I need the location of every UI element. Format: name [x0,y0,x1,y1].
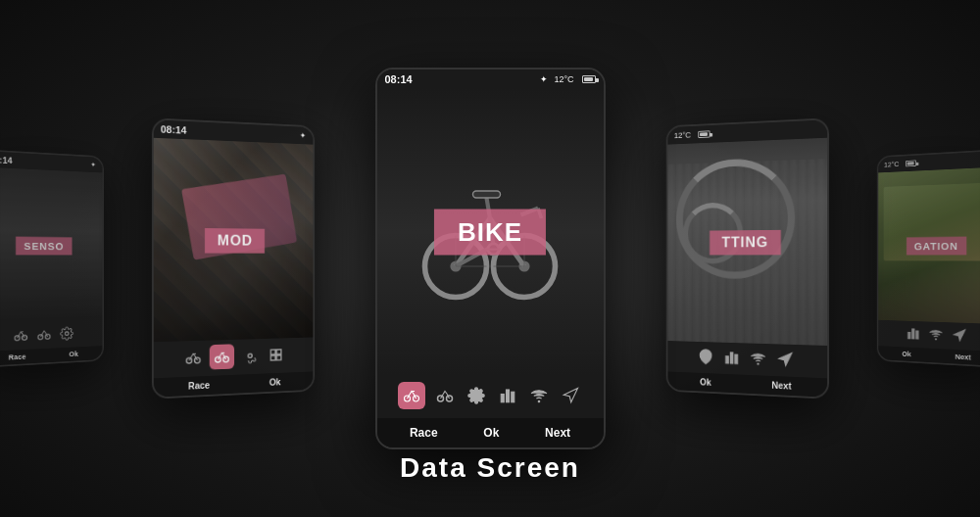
nav-ok-right[interactable]: Ok [700,377,711,387]
bike-icon [11,325,30,345]
bike-secondary-icon [433,384,457,407]
svg-point-7 [223,356,228,362]
nav-ok-far-right[interactable]: Ok [902,350,910,357]
svg-rect-42 [730,352,733,364]
page-title: Data Screen [400,452,580,483]
time-display: 08:14 [161,123,186,135]
nav-bar-center: Race Ok Next [377,418,604,447]
svg-point-49 [935,339,936,340]
nav-ok-center[interactable]: Ok [483,426,499,440]
svg-rect-46 [908,332,910,339]
screen-image-center: BIKE [377,89,604,375]
gear-icon-2 [239,345,260,366]
bar-icon-far-right [904,324,922,344]
main-scene: 08:14 ✦ SENSO [0,24,980,494]
bar-icon-right [721,347,742,368]
nav-ok[interactable]: Ok [70,350,78,357]
wifi-icon-far-right [926,325,945,345]
page-title-area: Data Screen [0,452,980,484]
wifi-icon[interactable] [527,384,551,407]
svg-point-3 [45,334,50,339]
svg-rect-47 [912,329,914,339]
screen-image-right: TTING [667,138,827,346]
location-pin-icon [696,346,716,367]
svg-point-1 [23,335,27,340]
bike-icon [182,347,204,369]
phone-screen-far-right: 12°C GATION [878,151,980,366]
phone-frame: 08:14 ✦ MOD [151,118,314,399]
nav-next-right[interactable]: Next [771,380,791,391]
temp-far-right: 12°C [884,161,899,169]
screen-image: MOD [153,138,313,342]
svg-marker-39 [564,389,577,402]
svg-marker-50 [954,329,965,341]
svg-point-38 [538,400,540,402]
screen-image-far-right: GATION [878,167,980,324]
phone-right: 12°C TTING [663,109,831,408]
gps-icon: ✦ [299,131,306,140]
nav-race[interactable]: Race [188,380,210,391]
bike-box-icon [210,344,234,369]
screen-label: MOD [205,228,265,254]
phone-frame-right: 12°C TTING [665,118,828,399]
gear-icon [58,324,76,344]
svg-rect-35 [501,395,504,402]
phone-frame: 08:14 ✦ SENSO [0,149,104,367]
screen-image: SENSO [0,167,102,324]
nav-ok[interactable]: Ok [270,377,281,387]
navigation-icon[interactable] [559,384,582,407]
nav-next-far-right[interactable]: Next [956,352,971,361]
nav-race[interactable]: Race [9,352,26,361]
temp-center: 12°C [554,74,573,84]
svg-marker-45 [779,352,792,365]
svg-point-0 [15,336,20,341]
icon-bar-center [377,375,604,418]
svg-rect-36 [507,390,510,402]
svg-point-44 [758,363,759,364]
svg-rect-11 [276,355,281,360]
phone-screen-right: 12°C TTING [667,119,827,398]
bar-chart-icon[interactable] [496,384,519,407]
screen-label: SENSO [16,237,72,256]
screen-label-center: BIKE [434,210,546,256]
phone-frame-far-right: 12°C GATION [876,149,980,367]
time-center: 08:14 [385,73,413,85]
time-display: 08:14 [0,155,13,165]
phone-far-right: 12°C GATION [875,141,980,376]
svg-rect-9 [276,350,281,354]
screen-label-far-right: GATION [906,237,966,256]
bike-alt-icon [34,325,53,345]
phone-far-left: 08:14 ✦ SENSO [0,141,105,376]
svg-rect-37 [512,392,514,402]
phone-center: 08:14 ✦ 12°C [375,68,606,449]
nav-arrow-icon-far-right [950,325,969,345]
status-bar-center: 08:14 ✦ 12°C [377,70,604,89]
svg-rect-23 [473,191,501,198]
bike-primary-icon[interactable] [398,382,425,409]
temp-right: 12°C [674,130,691,140]
svg-rect-8 [270,350,275,354]
svg-rect-48 [916,331,918,339]
nav-next-center[interactable]: Next [545,426,570,440]
screen-label-right: TTING [710,229,781,255]
phone-left: 08:14 ✦ MOD [149,109,317,408]
phone-frame-center: 08:14 ✦ 12°C [375,68,606,449]
svg-point-2 [38,335,43,340]
svg-point-6 [216,356,220,362]
phone-screen: 08:14 ✦ MOD [153,119,313,398]
svg-rect-10 [270,355,275,360]
nav-race-center[interactable]: Race [410,426,438,440]
svg-point-40 [704,353,708,357]
nav-arrow-icon-right [774,349,796,371]
gps-icon-center: ✦ [540,74,548,84]
wifi-icon-right [748,348,769,369]
phone-screen-center: 08:14 ✦ 12°C [377,70,604,447]
svg-point-4 [186,357,192,363]
svg-rect-41 [726,356,729,363]
gps-icon: ✦ [90,161,96,168]
square-icon [266,344,286,365]
phone-screen: 08:14 ✦ SENSO [0,151,102,366]
svg-point-5 [195,357,201,363]
gear-settings-icon[interactable] [465,384,488,407]
svg-rect-43 [735,354,738,364]
